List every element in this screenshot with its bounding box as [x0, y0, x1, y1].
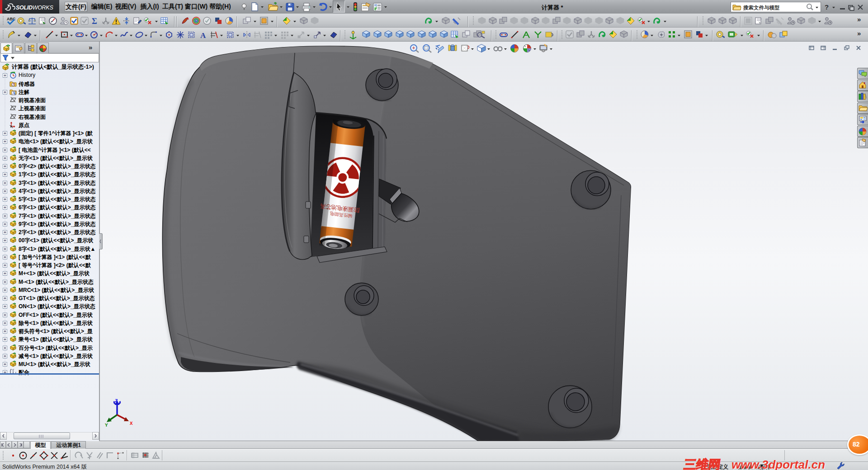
svg-text:A: A: [13, 91, 16, 95]
svg-text:SOLIDWORKS: SOLIDWORKS: [16, 5, 53, 11]
svg-text:Σ: Σ: [92, 17, 97, 25]
svg-text:Z: Z: [115, 398, 118, 404]
svg-text:A: A: [200, 31, 206, 39]
svg-text:Y: Y: [105, 423, 108, 428]
svg-text:X: X: [130, 421, 133, 426]
